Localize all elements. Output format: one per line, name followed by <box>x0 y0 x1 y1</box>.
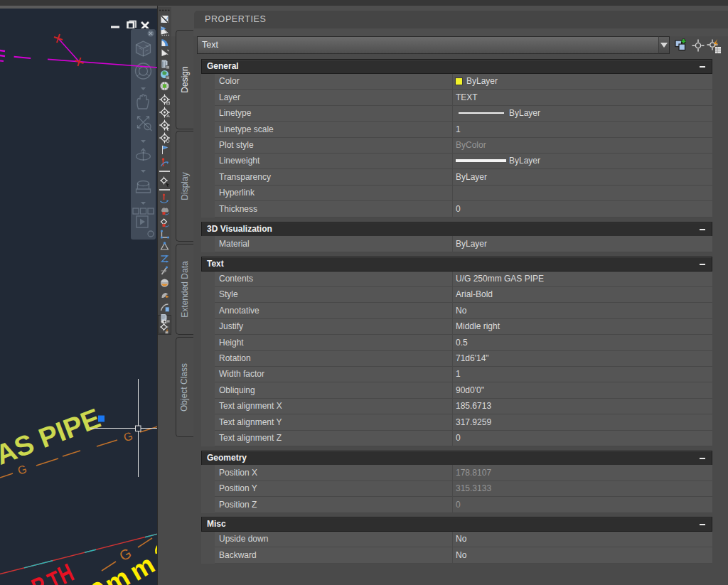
svg-text:GAS PIPE: GAS PIPE <box>0 402 105 478</box>
svg-text:G: G <box>16 463 28 477</box>
svg-text:G: G <box>122 429 134 444</box>
